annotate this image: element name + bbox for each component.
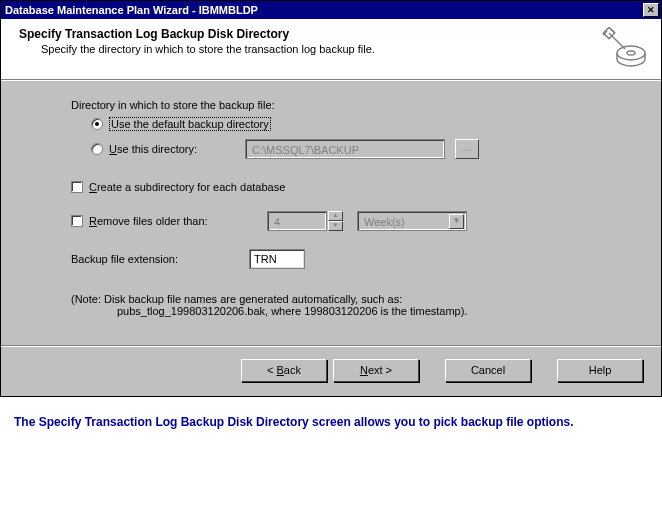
browse-button[interactable]: ... [455,139,479,159]
help-button[interactable]: Help [557,359,643,382]
svg-point-0 [617,46,645,60]
checkbox-icon [71,181,83,193]
content-area: Directory in which to store the backup f… [1,80,661,345]
next-button[interactable]: Next > [333,359,419,382]
svg-point-1 [627,51,635,55]
checkbox-icon [71,215,83,227]
close-icon: ✕ [647,6,655,15]
radio-default-directory[interactable]: Use the default backup directory [91,117,621,131]
spinner-down-icon[interactable]: ▼ [328,221,343,231]
back-button[interactable]: < Back [241,359,327,382]
radio-use-directory[interactable]: Use this directory: C:\MSSQL7\BACKUP ... [91,139,621,159]
page-title: Specify Transaction Log Backup Disk Dire… [19,27,375,41]
checkbox-create-subdir[interactable]: Create a subdirectory for each database [71,181,621,193]
extension-input[interactable] [249,249,305,269]
radio-icon [91,118,103,130]
remove-age-spinner[interactable]: 4 ▲ ▼ [267,211,343,231]
note-line-1: (Note: Disk backup file names are genera… [71,293,621,305]
note-line-2: pubs_tlog_199803120206.bak, where 199803… [71,305,621,317]
directory-path-input[interactable]: C:\MSSQL7\BACKUP [245,139,445,159]
remove-age-value[interactable]: 4 [267,211,327,231]
page-subtitle: Specify the directory in which to store … [19,43,375,55]
titlebar: Database Maintenance Plan Wizard - IBMMB… [1,1,661,19]
button-row: < Back Next > Cancel Help [1,346,661,396]
header-panel: Specify Transaction Log Backup Disk Dire… [1,19,661,80]
radio-custom-label: Use this directory: [109,143,227,155]
extension-label: Backup file extension: [71,253,249,265]
radio-icon [91,143,103,155]
remove-age-unit-select[interactable]: Week(s) ▼ [357,211,467,231]
cancel-button[interactable]: Cancel [445,359,531,382]
checkbox-remove-files[interactable]: Remove files older than: 4 ▲ ▼ Week(s) ▼ [71,211,621,231]
remove-age-unit-value: Week(s) [364,216,405,228]
spinner-up-icon[interactable]: ▲ [328,211,343,221]
extension-row: Backup file extension: [71,249,621,269]
checkbox-subdir-label: Create a subdirectory for each database [89,181,285,193]
spinner-buttons: ▲ ▼ [328,211,343,231]
radio-default-label: Use the default backup directory [109,117,271,131]
close-button[interactable]: ✕ [643,3,659,17]
header-text: Specify Transaction Log Backup Disk Dire… [19,27,375,55]
checkbox-remove-label: Remove files older than: [89,215,249,227]
chevron-down-icon: ▼ [449,214,464,229]
directory-label: Directory in which to store the backup f… [71,99,621,111]
disk-wizard-icon [601,27,649,69]
figure-caption: The Specify Transaction Log Backup Disk … [0,397,662,439]
note-text: (Note: Disk backup file names are genera… [71,293,621,317]
window-title: Database Maintenance Plan Wizard - IBMMB… [5,4,258,16]
wizard-window: Database Maintenance Plan Wizard - IBMMB… [0,0,662,397]
